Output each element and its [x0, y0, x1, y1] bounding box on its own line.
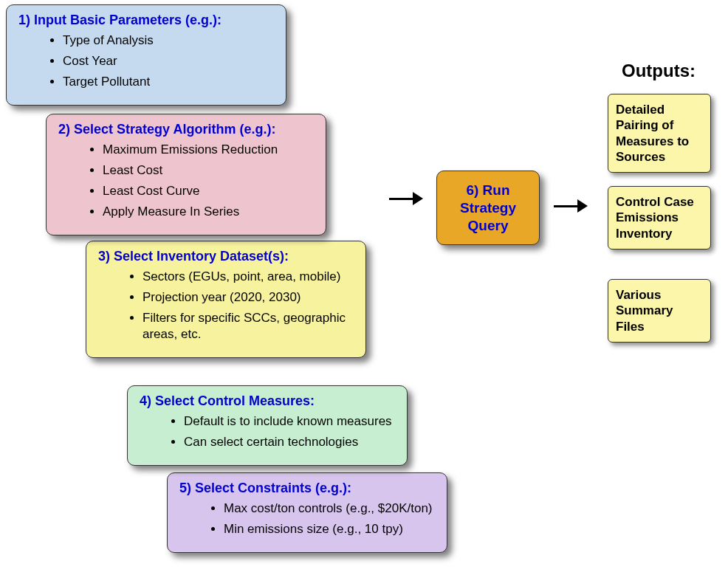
step-2-list: Maximum Emissions Reduction Least Cost L… — [103, 142, 314, 220]
step-3-list: Sectors (EGUs, point, area, mobile) Proj… — [142, 269, 354, 343]
list-item: Max cost/ton controls (e.g., $20K/ton) — [224, 500, 435, 517]
list-item: Default is to include known measures — [184, 413, 395, 430]
list-item: Filters for specific SCCs, geographic ar… — [142, 310, 354, 343]
list-item: Least Cost Curve — [103, 183, 314, 199]
step-1-list: Type of Analysis Cost Year Target Pollut… — [63, 32, 274, 90]
step-2-select-strategy-algorithm: 2) Select Strategy Algorithm (e.g.): Max… — [46, 114, 326, 235]
step-5-title: 5) Select Constraints (e.g.): — [179, 481, 435, 496]
list-item: Sectors (EGUs, point, area, mobile) — [142, 269, 354, 285]
step-5-list: Max cost/ton controls (e.g., $20K/ton) M… — [224, 500, 435, 537]
list-item: Least Cost — [103, 162, 314, 179]
output-control-case-inventory: Control Case Emissions Inventory — [608, 186, 711, 250]
run-title: 6) Run Strategy Query — [444, 182, 532, 234]
arrow-right-icon — [389, 192, 423, 205]
step-4-select-control-measures: 4) Select Control Measures: Default is t… — [127, 385, 408, 466]
step-6-run-strategy-query: 6) Run Strategy Query — [436, 171, 540, 245]
list-item: Target Pollutant — [63, 74, 274, 90]
step-4-title: 4) Select Control Measures: — [140, 393, 395, 409]
step-3-title: 3) Select Inventory Dataset(s): — [98, 249, 354, 264]
step-5-select-constraints: 5) Select Constraints (e.g.): Max cost/t… — [167, 472, 447, 553]
step-3-select-inventory-datasets: 3) Select Inventory Dataset(s): Sectors … — [86, 241, 366, 358]
list-item: Projection year (2020, 2030) — [142, 289, 354, 306]
step-1-input-basic-parameters: 1) Input Basic Parameters (e.g.): Type o… — [6, 4, 286, 106]
list-item: Can select certain technologies — [184, 434, 395, 450]
arrow-right-icon — [554, 199, 588, 213]
outputs-heading: Outputs: — [622, 61, 696, 81]
list-item: Type of Analysis — [63, 32, 274, 49]
step-2-title: 2) Select Strategy Algorithm (e.g.): — [58, 122, 314, 137]
list-item: Apply Measure In Series — [103, 204, 314, 220]
step-4-list: Default is to include known measures Can… — [184, 413, 395, 450]
step-1-title: 1) Input Basic Parameters (e.g.): — [18, 13, 274, 28]
list-item: Cost Year — [63, 53, 274, 69]
output-detailed-pairing: Detailed Pairing of Measures to Sources — [608, 94, 711, 173]
list-item: Min emissions size (e.g., 10 tpy) — [224, 521, 435, 537]
list-item: Maximum Emissions Reduction — [103, 142, 314, 158]
output-summary-files: Various Summary Files — [608, 279, 711, 343]
